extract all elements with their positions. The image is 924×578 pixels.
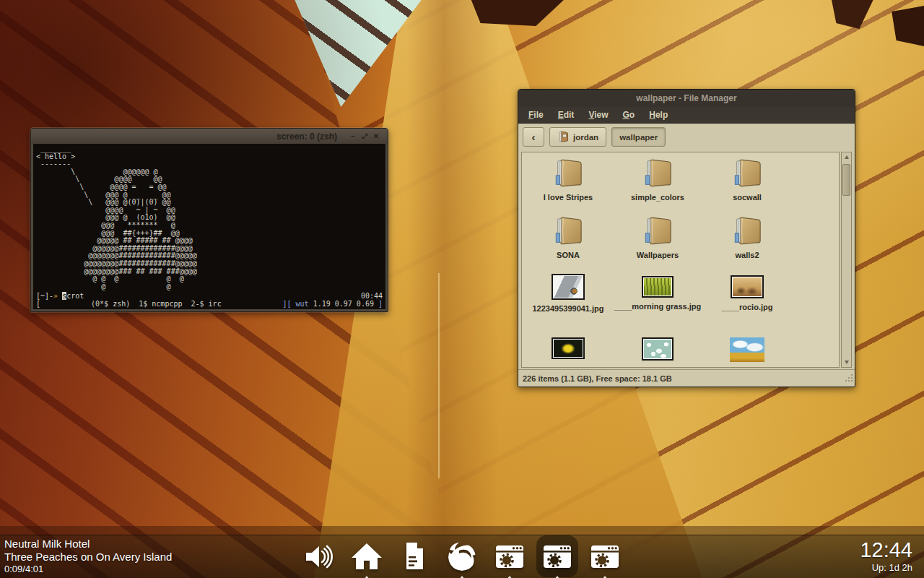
file-manager-body: I love Stripes simple_colors (520, 150, 853, 369)
dock-item-text-editor[interactable] (397, 539, 432, 574)
terminal-titlebar[interactable]: screen: 0 (zsh) – ⤢ ✕ (31, 129, 388, 144)
menu-view[interactable]: View (581, 107, 615, 123)
file-manager-menubar: File Edit View Go Help (518, 107, 855, 124)
file-item-folder[interactable]: I love Stripes (523, 158, 613, 216)
menu-go-rest: o (629, 110, 635, 120)
document-icon (397, 539, 432, 574)
bottom-panel: Neutral Milk Hotel Three Peaches on On A… (0, 535, 924, 578)
file-item-image[interactable]: ____rocio.jpg (702, 274, 792, 337)
statusbar-text: 226 items (1.1 GB), Free space: 18.1 GB (523, 374, 672, 383)
menu-file[interactable]: File (521, 107, 551, 123)
back-chevron-icon: ‹ (532, 131, 536, 143)
scroll-up-icon[interactable] (842, 152, 851, 163)
status-loadavg: 1.19 0.97 0.69 (309, 300, 374, 308)
menu-help[interactable]: Help (642, 107, 675, 123)
menu-go-accel: G (623, 110, 629, 120)
file-name: Wallpapers (637, 251, 679, 259)
menu-help-accel: H (649, 110, 655, 120)
now-playing-position: 0:09/4:01 (4, 564, 172, 575)
maximize-icon[interactable]: ⤢ (359, 129, 370, 144)
volume-icon (302, 539, 336, 574)
dock (302, 539, 622, 574)
path-button-home[interactable]: jordan (549, 127, 606, 147)
menu-view-accel: V (588, 110, 594, 120)
file-manager-statusbar: 226 items (1.1 GB), Free space: 18.1 GB (518, 369, 855, 387)
dock-item-volume[interactable] (302, 539, 336, 574)
dock-item-firefox[interactable] (445, 539, 479, 574)
menu-edit-accel: E (558, 110, 564, 120)
menu-go[interactable]: Go (616, 107, 642, 123)
file-name: 1223495399041.jpg (532, 304, 603, 313)
folder-icon (731, 158, 764, 189)
file-name: SONA (557, 251, 580, 259)
file-manager-window: wallpaper - File Manager File Edit View … (518, 89, 855, 387)
file-manager-toolbar: ‹ jordan wallpaper (518, 124, 855, 150)
folder-icon (641, 158, 674, 189)
home-icon (349, 539, 384, 574)
file-item-image[interactable] (523, 337, 613, 367)
wallpaper-cable (438, 273, 440, 478)
terminal-prompt-line[interactable]: [~]-» scrot 00:44 (36, 292, 383, 300)
close-icon[interactable]: ✕ (370, 129, 382, 144)
file-item-image[interactable]: ____morning grass.jpg (613, 274, 702, 337)
menu-edit-rest: dit (564, 110, 575, 120)
app-window-gear-icon (540, 539, 575, 574)
terminal-clock: 00:44 (361, 292, 383, 300)
now-playing-artist: Neutral Milk Hotel (4, 538, 172, 551)
file-item-image[interactable] (613, 337, 702, 367)
prompt-path: [~] (36, 292, 49, 300)
terminal-content[interactable]: _______ < hello > ------- \ @@@@@@ @ \ @… (33, 144, 385, 309)
path-button-current[interactable]: wallpaper (611, 127, 666, 147)
path-button-home-label: jordan (573, 133, 598, 142)
image-thumbnail-grass (642, 276, 674, 298)
file-manager-titlebar[interactable]: wallpaper - File Manager (518, 90, 855, 107)
file-name: simple_colors (631, 193, 684, 202)
panel-uptime: Up: 1d 2h (860, 561, 912, 574)
scrollbar[interactable] (841, 152, 852, 368)
resize-grip[interactable] (844, 374, 853, 383)
status-separator: ][ (283, 300, 296, 308)
app-window-gear-icon (588, 539, 622, 574)
status-right-bracket: ] (374, 300, 383, 308)
clock-block: 12:44 Up: 1d 2h (860, 538, 912, 574)
wallpaper-floor-shadow (0, 526, 924, 535)
file-item-image[interactable]: 1223495399041.jpg (523, 274, 613, 337)
cowsay-ascii-art: _______ < hello > ------- \ @@@@@@ @ \ @… (36, 145, 383, 292)
file-item-folder[interactable]: socwall (702, 158, 792, 216)
file-item-folder[interactable]: SONA (523, 216, 613, 274)
folder-icon (552, 216, 585, 246)
scrollbar-thumb[interactable] (842, 164, 850, 196)
dock-item-app-window-1[interactable] (492, 539, 527, 574)
file-item-image[interactable] (702, 337, 792, 367)
menu-edit[interactable]: Edit (551, 107, 582, 123)
dock-item-home[interactable] (349, 539, 384, 574)
file-icon-view[interactable]: I love Stripes simple_colors (521, 152, 840, 368)
app-window-gear-icon (492, 539, 527, 574)
home-folder-icon (557, 131, 570, 143)
file-name: ____morning grass.jpg (614, 302, 701, 311)
minimize-icon[interactable]: – (347, 129, 359, 144)
firefox-icon (445, 539, 479, 574)
file-item-folder[interactable]: Wallpapers (613, 216, 702, 274)
screen-statusline: [ (0*$ zsh) 1$ ncmpcpp 2-$ irc ][ wut 1.… (36, 300, 383, 308)
folder-icon (731, 216, 764, 246)
image-thumbnail-pebbles (642, 337, 674, 361)
now-playing-track: Three Peaches on On Avery Island (4, 551, 172, 564)
dock-item-app-window-2[interactable] (540, 539, 575, 574)
terminal-title: screen: 0 (zsh) (276, 131, 337, 142)
image-thumbnail-sepia (731, 275, 764, 298)
back-button[interactable]: ‹ (523, 127, 544, 147)
folder-icon (641, 216, 674, 246)
folder-icon (552, 158, 585, 189)
dock-item-app-window-3[interactable] (588, 539, 622, 574)
now-playing: Neutral Milk Hotel Three Peaches on On A… (4, 538, 172, 575)
status-left-bracket: [ (36, 300, 40, 308)
scroll-down-icon[interactable] (842, 357, 851, 367)
path-button-current-label: wallpaper (619, 133, 658, 142)
file-name: ____rocio.jpg (722, 303, 773, 311)
image-thumbnail-landscape (730, 337, 764, 362)
spacer (84, 292, 361, 300)
file-item-folder[interactable]: simple_colors (613, 158, 702, 216)
file-item-folder[interactable]: walls2 (702, 216, 792, 274)
file-name: socwall (733, 193, 762, 202)
